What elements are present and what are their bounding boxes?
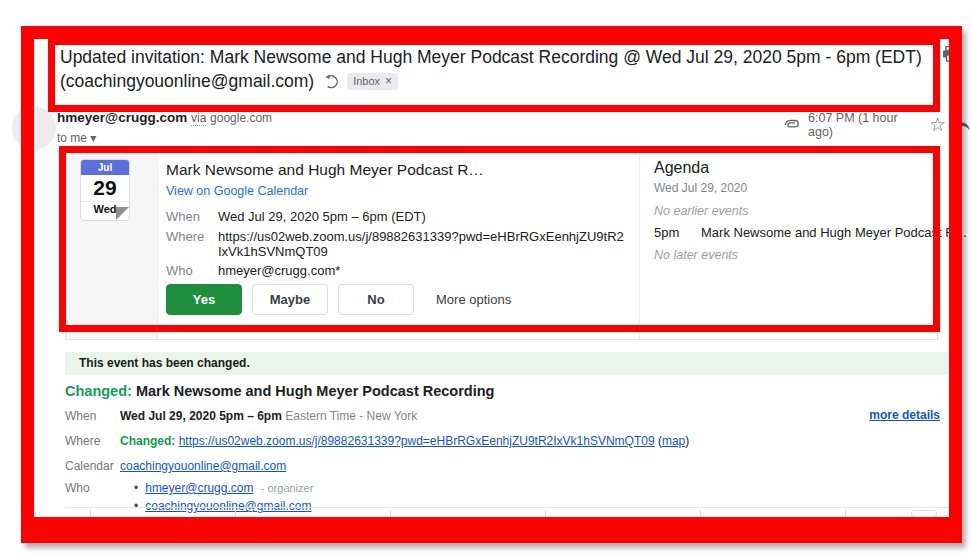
email-subject-line1: Updated invitation: Mark Newsome and Hug… [60, 44, 932, 71]
detail-who-label: Who [65, 481, 120, 495]
chevron-down-icon: ▾ [90, 131, 96, 145]
calendar-invite-card: Jul 29 Wed Mark Newsome and Hugh Meyer P… [65, 150, 938, 340]
no-earlier-events: No earlier events [654, 204, 749, 218]
dynamic-email-icon [323, 74, 338, 89]
event-changed-banner: This event has been changed. [65, 352, 948, 375]
agenda-event-title: Mark Newsome and Hugh Meyer Podcast R… [701, 225, 971, 240]
map-paren-close: ) [685, 434, 689, 448]
more-details-link[interactable]: more details [869, 408, 940, 422]
more-options-link[interactable]: More options [436, 292, 511, 307]
email-subject-line2: (coachingyouonline@gmail.com) [60, 71, 314, 92]
when-label: When [166, 209, 218, 224]
gmail-email-view: Updated invitation: Mark Newsome and Hug… [0, 0, 971, 556]
attendee-1-link[interactable]: hmeyer@crugg.com [145, 481, 253, 495]
organizer-label: - organizer [261, 482, 314, 494]
agenda-event-time: 5pm [654, 225, 701, 240]
when-value: Wed Jul 29, 2020 5pm – 6pm (EDT) [218, 209, 426, 224]
view-on-google-calendar-link[interactable]: View on Google Calendar [166, 184, 308, 198]
sender-avatar[interactable] [12, 106, 56, 150]
changed-label: Changed: [65, 383, 132, 399]
detail-when-timezone: Eastern Time - New York [285, 409, 417, 423]
via-label: via [191, 111, 206, 126]
rsvp-no-button[interactable]: No [338, 284, 414, 315]
card-divider [639, 151, 640, 339]
star-icon[interactable]: ☆ [929, 117, 946, 133]
date-month: Jul [81, 160, 129, 175]
rsvp-yes-button[interactable]: Yes [166, 284, 242, 315]
attachment-icon [784, 119, 800, 131]
event-title: Mark Newsome and Hugh Meyer Podcast R… [166, 161, 596, 179]
card-date-column: Jul 29 Wed [66, 151, 158, 339]
remove-label-icon[interactable]: × [385, 75, 392, 88]
where-value-line2: IxVk1hSVNmQT09 [218, 244, 624, 259]
email-timestamp: 6:07 PM (1 hour ago) [808, 111, 899, 139]
detail-when-label: When [65, 409, 120, 423]
agenda-date: Wed Jul 29, 2020 [654, 181, 747, 195]
detail-where-label: Where [65, 434, 120, 448]
inbox-label-chip[interactable]: Inbox × [347, 73, 398, 90]
date-day: 29 [81, 175, 129, 201]
detail-calendar-label: Calendar [65, 459, 120, 473]
date-fold-corner [116, 207, 129, 220]
who-label: Who [166, 263, 218, 278]
inbox-label: Inbox [353, 75, 380, 88]
reply-icon[interactable] [954, 118, 971, 132]
sender-email: hmeyer@crugg.com [57, 110, 187, 125]
calendar-owner-link[interactable]: coachingyouonline@gmail.com [120, 459, 286, 473]
who-value: hmeyer@crugg.com* [218, 263, 340, 278]
where-changed-label: Changed: [120, 434, 175, 448]
bullet-icon: • [134, 481, 138, 495]
no-later-events: No later events [654, 248, 738, 262]
where-value-line1: https://us02web.zoom.us/j/89882631339?pw… [218, 229, 624, 244]
agenda-title: Agenda [654, 159, 709, 177]
agenda-event-row: 5pm Mark Newsome and Hugh Meyer Podcast … [654, 225, 971, 240]
zoom-meeting-link[interactable]: https://us02web.zoom.us/j/89882631339?pw… [179, 434, 655, 448]
print-icon[interactable] [942, 46, 959, 62]
to-me-dropdown[interactable]: to me ▾ [57, 131, 96, 145]
where-label: Where [166, 229, 218, 259]
map-link[interactable]: map [662, 434, 685, 448]
detail-when-value: Wed Jul 29, 2020 5pm – 6pm [120, 409, 282, 423]
rsvp-maybe-button[interactable]: Maybe [252, 284, 328, 315]
cutoff-calendar-grid [65, 507, 948, 518]
changed-event-title: Mark Newsome and Hugh Meyer Podcast Reco… [136, 383, 495, 399]
via-domain: google.com [210, 111, 272, 125]
